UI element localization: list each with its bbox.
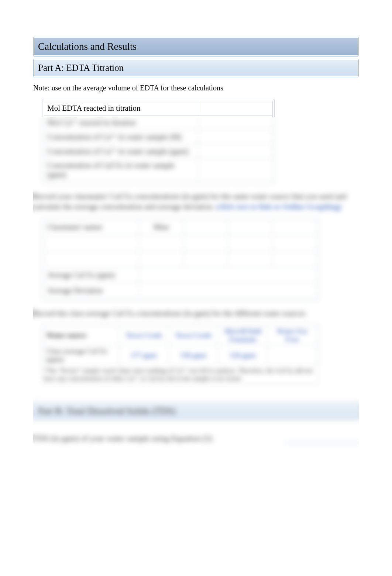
section-heading-calculations: Calculations and Results [33, 37, 359, 56]
subsection-heading-text: Part A: EDTA Titration [34, 60, 358, 76]
col-header[interactable] [183, 219, 228, 235]
cell[interactable] [183, 235, 228, 251]
tds-label: TDS (in ppm) of your water sample using … [33, 434, 255, 443]
avg-value[interactable] [139, 267, 317, 283]
row-label: Class average CaCO₃ (ppm) [44, 345, 119, 365]
dev-value[interactable] [139, 283, 317, 299]
source-name: Town Creek [119, 326, 169, 345]
source-name: Water For Free [268, 326, 317, 345]
cell[interactable] [268, 345, 317, 365]
row-label: Mol Ca²⁺ reacted in titration [44, 115, 198, 130]
cell[interactable] [139, 235, 184, 251]
subsection-heading-part-a: Part A: EDTA Titration [33, 59, 359, 77]
table-row [44, 251, 317, 267]
cell[interactable]: 136 ppm [169, 345, 218, 365]
col-header[interactable] [272, 219, 317, 235]
source-comparison-table: Water source Town Creek Town Creek Morri… [42, 324, 319, 384]
cell[interactable] [272, 235, 317, 251]
table-row [44, 235, 317, 251]
row-value[interactable] [198, 130, 273, 144]
row-value[interactable] [198, 115, 273, 130]
row-label: Concentration of Ca²⁺ in water sample (p… [44, 144, 198, 159]
note-text: Note: use on the average volume of EDTA … [33, 84, 359, 92]
tds-entry-row: TDS (in ppm) of your water sample using … [33, 434, 359, 443]
table-row: Concentration of Ca²⁺ in water sample (M… [44, 130, 273, 144]
sources-instruction: Record the class average CaCO₃ concentra… [33, 308, 359, 318]
row-header: Water source [44, 326, 119, 345]
table-row: Average CaCO₃ (ppm) [44, 267, 317, 283]
tds-blank-line[interactable] [285, 434, 359, 443]
cell[interactable] [183, 251, 228, 267]
table-footnote: *The "Perrier" sample wasn't done since … [44, 365, 317, 382]
classmates-table: Classmates' names Mine Av [42, 217, 319, 301]
table-row: Water source Town Creek Town Creek Morri… [44, 326, 317, 345]
cell[interactable] [44, 251, 139, 267]
avg-label: Average CaCO₃ (ppm) [44, 267, 139, 283]
cell[interactable]: 126 ppm [218, 345, 268, 365]
subsection-heading-part-b: Part B: Total Dissolved Solids (TDS) [33, 402, 359, 420]
table-row: Concentration of Ca²⁺ in water sample (p… [44, 144, 273, 159]
col-header[interactable] [228, 219, 273, 235]
col-header: Classmates' names [44, 219, 139, 235]
classmates-instruction: Record your classmates' CaCO₃ concentrat… [33, 191, 359, 212]
source-name: Morrill Hall Fountain [218, 326, 268, 345]
document-page: Calculations and Results Part A: EDTA Ti… [0, 0, 392, 487]
subsection-heading-text: Part B: Total Dissolved Solids (TDS) [34, 403, 358, 419]
row-label: Concentration of CaCO₃ in water sample (… [44, 159, 198, 182]
cell[interactable] [44, 235, 139, 251]
table-row: Average Deviation [44, 283, 317, 299]
cell[interactable] [228, 235, 273, 251]
section-heading-text: Calculations and Results [34, 38, 358, 55]
cell[interactable] [272, 251, 317, 267]
table-row: Mol EDTA reacted in titration [44, 101, 273, 115]
edta-calc-table: Mol EDTA reacted in titration Mol Ca²⁺ r… [42, 99, 275, 184]
dev-label: Average Deviation [44, 283, 139, 299]
row-value[interactable] [198, 144, 273, 159]
cell[interactable] [139, 251, 184, 267]
source-name: Town Creek [169, 326, 218, 345]
row-value[interactable] [198, 101, 273, 115]
row-value[interactable] [198, 159, 273, 182]
row-label: Concentration of Ca²⁺ in water sample (M… [44, 130, 198, 144]
cell[interactable]: 177 ppm [119, 345, 169, 365]
table-row: Concentration of CaCO₃ in water sample (… [44, 159, 273, 182]
table-row: Class average CaCO₃ (ppm) 177 ppm 136 pp… [44, 345, 317, 365]
col-header: Mine [139, 219, 184, 235]
cell[interactable] [228, 251, 273, 267]
table-row: Mol Ca²⁺ reacted in titration [44, 115, 273, 130]
graphing-link[interactable]: (click text to link to Online Graphing) [216, 202, 342, 211]
table-row: Classmates' names Mine [44, 219, 317, 235]
row-label: Mol EDTA reacted in titration [44, 101, 198, 115]
